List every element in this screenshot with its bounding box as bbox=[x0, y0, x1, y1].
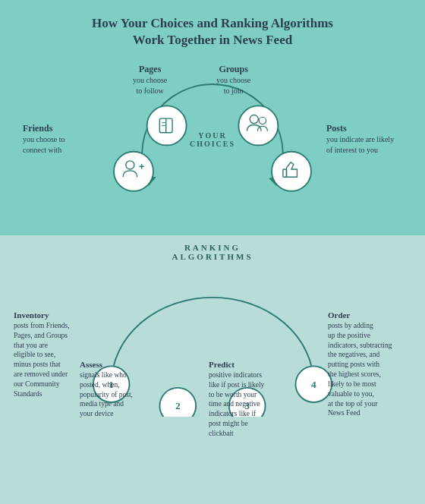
label-pages: Pages you chooseto follow bbox=[133, 64, 167, 96]
main-title: How Your Choices and Ranking Algorithms … bbox=[15, 15, 410, 49]
label-order: Order posts by addingup the positiveindi… bbox=[328, 310, 411, 418]
svg-text:4: 4 bbox=[311, 379, 316, 390]
your-choices-label: YOUR CHOICES bbox=[190, 131, 235, 148]
title-line2: Work Together in News Feed bbox=[133, 33, 292, 47]
label-predict: Predict positive indicatorslike if post … bbox=[209, 360, 292, 439]
top-circle-area: YOUR CHOICES Pages you chooseto follow G… bbox=[15, 56, 410, 223]
ranking-label: RANKING ALGORITHMS bbox=[8, 243, 417, 261]
label-groups: Groups you chooseto join bbox=[216, 64, 250, 96]
label-assess: Assess signals like whoposted, when,popu… bbox=[80, 360, 156, 419]
bottom-section: RANKING ALGORITHMS 1 2 3 4 Inventory bbox=[0, 235, 425, 504]
label-friends: Friends you choose toconnect with bbox=[23, 123, 65, 156]
bottom-circle-area: 1 2 3 4 Inventory posts from Friends,Pag… bbox=[8, 265, 417, 417]
label-posts: Posts you indicate are likelyof interest… bbox=[326, 123, 402, 156]
svg-point-14 bbox=[272, 152, 311, 191]
top-section: How Your Choices and Ranking Algorithms … bbox=[0, 0, 425, 235]
svg-text:2: 2 bbox=[175, 400, 181, 411]
svg-point-2 bbox=[147, 106, 187, 146]
title-line1: How Your Choices and Ranking Algorithms bbox=[92, 16, 333, 30]
